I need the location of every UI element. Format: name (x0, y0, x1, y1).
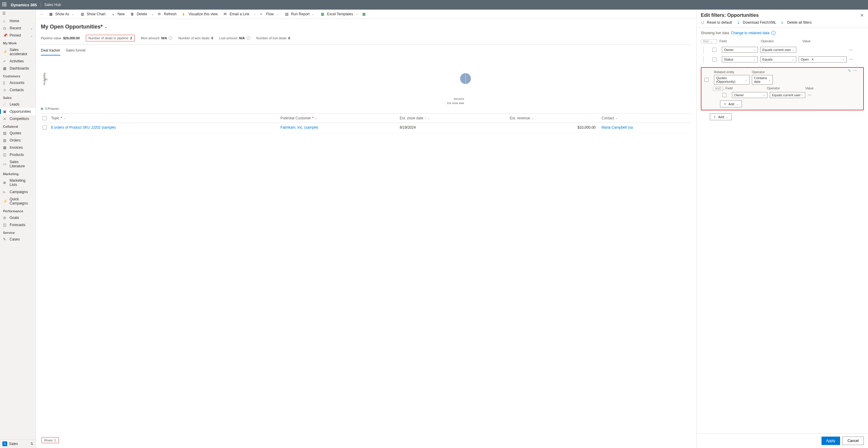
nav-label: Quotes (10, 131, 21, 135)
chart-bubble[interactable] (460, 73, 471, 84)
more-icon[interactable]: ⋯ (849, 48, 855, 52)
nav-campaigns[interactable]: ▻Campaigns (0, 188, 36, 196)
nav-forecasts[interactable]: ◫Forecasts (0, 221, 36, 229)
col-label: Topic (51, 116, 59, 120)
chip-label: AND (703, 40, 709, 43)
apply-button[interactable]: Apply (822, 437, 840, 445)
nav-sales-accel[interactable]: ⚡Sales accelerator (0, 46, 36, 58)
col-contact[interactable]: Contact⌄ (600, 114, 691, 123)
sidebar-footer[interactable]: S Sales ⇅ (0, 439, 36, 448)
operator-select[interactable]: Equals current user⌄ (770, 92, 805, 98)
nav-leads[interactable]: ☄Leads (0, 101, 36, 108)
nav-opportunities[interactable]: ▣Opportunities (0, 108, 36, 115)
nav-activities[interactable]: ✓Activities (0, 58, 36, 65)
select-all-checkbox[interactable] (42, 116, 47, 120)
field-select[interactable]: Owner⌄ (732, 92, 768, 98)
related-operator-select[interactable]: Contains data⌄ (752, 75, 773, 84)
visualize-button[interactable]: ▮Visualize this view (180, 11, 220, 18)
col-estrev[interactable]: Est. revenue ⌄ (508, 114, 600, 123)
new-button[interactable]: ＋New (109, 11, 127, 18)
cancel-button[interactable]: Cancel (842, 437, 864, 445)
remove-tag-icon[interactable]: ✕ (811, 58, 814, 62)
info-icon[interactable]: i (771, 31, 776, 35)
nav-recent[interactable]: ◷Recent⌄ (0, 25, 36, 32)
chevron-down-icon: ⌄ (276, 12, 279, 15)
tab-deal-tracker[interactable]: Deal tracker (41, 47, 60, 56)
app-header: Dynamics 365 Sales Hub (0, 0, 868, 10)
group-service: Service (0, 229, 36, 236)
email-button[interactable]: ✉Email a Link (221, 11, 251, 18)
col-topic[interactable]: Topic*⌄ (49, 114, 279, 123)
delete-button[interactable]: 🗑Delete (128, 11, 150, 18)
runreport-button[interactable]: ▤Run Report⌄ (283, 11, 317, 18)
excel-button[interactable]: ▦Excel Templates⌄ (318, 11, 361, 18)
chevron-down-icon: ⌄ (745, 78, 747, 81)
download-fetchxml-button[interactable]: ⭳Download FetchXML (737, 21, 776, 25)
nav-mlists[interactable]: ≣Marketing Lists (0, 177, 36, 188)
related-entity-select[interactable]: Quotes (Opportunity)⌄ (714, 75, 749, 84)
nav-orders[interactable]: ▥Orders (0, 137, 36, 144)
nav-dashboards[interactable]: ▦Dashboards (0, 65, 36, 72)
condition-checkbox[interactable] (705, 78, 709, 82)
field-select[interactable]: Status⌄ (722, 56, 758, 62)
cell-customer[interactable]: Fabrikam, Inc. (sample) (279, 123, 398, 133)
nav-goals[interactable]: ◎Goals (0, 214, 36, 221)
info-icon[interactable]: i (169, 36, 172, 40)
condition-checkbox[interactable] (712, 48, 716, 52)
nav-contacts[interactable]: ☺Contacts (0, 87, 36, 94)
delete-filters-button[interactable]: ⦸Delete all filters (781, 21, 812, 25)
refresh-button[interactable]: ⟳Refresh (155, 11, 179, 18)
and-chip[interactable]: AND⌄ (701, 39, 717, 44)
flow-button[interactable]: ≈Flow⌄ (258, 11, 282, 18)
change-retained-link[interactable]: Change to retained data (731, 31, 770, 35)
operator-select[interactable]: Equals⌄ (760, 56, 796, 62)
add-outer-button[interactable]: ＋Add⌄ (710, 113, 732, 120)
nav-home[interactable]: ⌂Home (0, 18, 36, 25)
megaphone-icon: ▻ (3, 190, 7, 194)
more-icon[interactable]: ⋯ (808, 93, 814, 97)
operator-select[interactable]: Equals current user⌄ (760, 47, 796, 53)
nav-cases[interactable]: ✎Cases (0, 236, 36, 243)
nav-saleslit[interactable]: ▭Sales Literature (0, 158, 36, 170)
nav-competitors[interactable]: ⚔Competitors (0, 115, 36, 122)
value-select[interactable]: Open✕ ⌄ (799, 56, 847, 63)
collapse-icon[interactable]: ⤡ (848, 68, 851, 73)
hamburger-icon[interactable]: ☰ (0, 10, 36, 18)
view-title[interactable]: My Open Opportunities* ⌄ (41, 22, 691, 33)
nav-quotes[interactable]: ▤Quotes (0, 130, 36, 137)
excel-export-icon[interactable]: ▦ (362, 12, 367, 16)
condition-checkbox[interactable] (712, 57, 716, 62)
hub-name[interactable]: Sales Hub (40, 3, 61, 7)
more-icon[interactable]: ⋯ (849, 57, 855, 62)
chevron-down-icon[interactable]: ⌄ (151, 12, 154, 15)
showas-button[interactable]: ▦Show As⌄ (47, 11, 77, 18)
waffle-icon[interactable] (2, 2, 7, 7)
condition-checkbox[interactable] (722, 93, 726, 97)
and-chip[interactable]: AND⌄ (713, 87, 723, 91)
table-row[interactable]: 6 orders of Product SKU JJ202 (sample) F… (41, 123, 691, 133)
col-estclose[interactable]: Est. close date ↑⌄ (398, 114, 508, 123)
reset-button[interactable]: ⭯Reset to default (701, 21, 732, 25)
tab-sales-funnel[interactable]: Sales funnel (66, 47, 86, 56)
back-button[interactable]: ← (38, 11, 45, 18)
nav-products[interactable]: ◫Products (0, 151, 36, 158)
showchart-button[interactable]: ▥Show Chart (78, 11, 108, 18)
nav-accounts[interactable]: ▯Accounts (0, 79, 36, 87)
add-inner-button[interactable]: ＋Add⌄ (720, 100, 742, 107)
chevron-down-icon: ⌄ (736, 103, 739, 106)
col-field: Field (725, 87, 765, 91)
col-customer[interactable]: Potential Customer*⌄ (279, 114, 398, 123)
nav-pinned[interactable]: 📌Pinned⌄ (0, 32, 36, 39)
nav-invoices[interactable]: ▦Invoices (0, 144, 36, 151)
report-icon: ▤ (285, 12, 289, 16)
close-icon[interactable]: ✕ (860, 13, 864, 18)
nav-label: Forecasts (10, 223, 26, 227)
row-checkbox[interactable] (42, 125, 47, 130)
info-icon[interactable]: i (247, 36, 250, 40)
more-icon[interactable]: ⋯ (853, 68, 857, 73)
field-select[interactable]: Owner⌄ (722, 47, 758, 53)
nav-qcampaigns[interactable]: ⚡Quick Campaigns (0, 196, 36, 207)
chevron-down-icon[interactable]: ⌄ (253, 12, 257, 15)
cell-contact[interactable]: Maria Campbell (sa (600, 123, 691, 133)
cell-topic[interactable]: 6 orders of Product SKU JJ202 (sample) (49, 123, 279, 133)
